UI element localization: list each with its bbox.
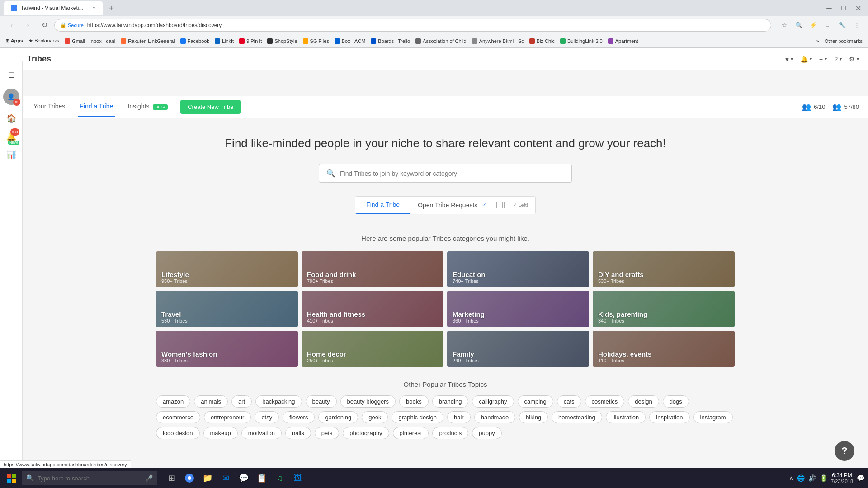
extension-btn-2[interactable]: ⚡ [807, 19, 819, 31]
minimize-button[interactable]: ─ [823, 2, 835, 14]
photos-button[interactable]: 🖼 [289, 469, 307, 487]
forward-button[interactable]: › [22, 19, 34, 32]
category-card-diy[interactable]: DIY and crafts 530+ Tribes [593, 251, 735, 287]
tray-time[interactable]: 6:34 PM 7/23/2018 [831, 472, 853, 484]
microphone-icon[interactable]: 🎤 [145, 474, 153, 482]
topic-tag-amazon[interactable]: amazon [156, 395, 190, 408]
topic-tag-inspiration[interactable]: inspiration [649, 411, 689, 423]
topic-tag-gardening[interactable]: gardening [318, 411, 358, 423]
active-tab[interactable]: T Tailwind - Visual Marketi... ✕ [4, 1, 103, 15]
topic-tag-backpacking[interactable]: backpacking [255, 395, 302, 408]
topic-tag-geek[interactable]: geek [362, 411, 388, 423]
topic-tag-entrepreneur[interactable]: entrepreneur [204, 411, 251, 423]
topic-tag-graphic-design[interactable]: graphic design [392, 411, 443, 423]
topic-tag-homesteading[interactable]: homesteading [552, 411, 602, 423]
tab-find-tribe[interactable]: Find a Tribe [78, 96, 115, 117]
open-requests-tab[interactable]: Open Tribe Requests ✓ 4 Left! [410, 197, 535, 214]
topic-tag-beauty-bloggers[interactable]: beauty bloggers [340, 395, 396, 408]
back-button[interactable]: ‹ [5, 19, 18, 32]
create-tribe-button[interactable]: Create New Tribe [180, 100, 241, 114]
extension-btn-1[interactable]: 🔍 [793, 19, 805, 31]
file-explorer-button[interactable]: 📁 [199, 469, 216, 487]
category-card-lifestyle[interactable]: Lifestyle 950+ Tribes [156, 251, 298, 287]
skype-button[interactable]: 💬 [235, 469, 252, 487]
topic-tag-pets[interactable]: pets [315, 427, 340, 439]
topic-tag-art[interactable]: art [231, 395, 252, 408]
bookmark-apartment[interactable]: Apartment [608, 38, 638, 44]
chrome-menu[interactable]: ⋮ [851, 19, 863, 31]
category-card-home[interactable]: Home decor 250+ Tribes [302, 331, 443, 367]
topic-tag-instagram[interactable]: instagram [693, 411, 733, 423]
other-bookmarks-label[interactable]: Other bookmarks [825, 38, 863, 44]
app5-button[interactable]: 📋 [253, 469, 270, 487]
bookmark-association[interactable]: Association of Child [415, 38, 467, 44]
topic-tag-nails[interactable]: nails [285, 427, 311, 439]
category-card-marketing[interactable]: Marketing 360+ Tribes [447, 291, 589, 327]
notifications-tray-icon[interactable]: 💬 [857, 474, 864, 482]
search-bar[interactable]: 🔍 [319, 164, 572, 183]
topic-tag-hair[interactable]: hair [447, 411, 471, 423]
category-card-holidays[interactable]: Holidays, events 110+ Tribes [593, 331, 735, 367]
topic-tag-photography[interactable]: photography [343, 427, 389, 439]
close-window-button[interactable]: ✕ [852, 2, 864, 14]
tab-insights[interactable]: Insights BETA [126, 96, 170, 117]
topic-tag-pinterest[interactable]: pinterest [393, 427, 429, 439]
mail-button[interactable]: ✉ [217, 469, 234, 487]
settings-button[interactable]: ⚙ ▾ [849, 56, 859, 63]
bookmark-pinit[interactable]: 9 Pin It [239, 38, 262, 44]
reload-button[interactable]: ↻ [38, 19, 51, 32]
address-bar[interactable]: 🔒 Secure https://www.tailwindapp.com/das… [54, 19, 771, 32]
sidebar-notifications-icon[interactable]: 🔔 839 NEW! [3, 128, 19, 145]
category-card-fashion[interactable]: Women's fashion 330+ Tribes [156, 331, 298, 367]
category-card-kids[interactable]: Kids, parenting 340+ Tribes [593, 291, 735, 327]
topic-tag-camping[interactable]: camping [518, 395, 553, 408]
bookmark-linkit[interactable]: LinkIt [215, 38, 234, 44]
topic-tag-puppy[interactable]: puppy [472, 427, 501, 439]
bookmark-bizchic[interactable]: Biz Chic [529, 38, 555, 44]
sidebar-analytics-icon[interactable]: 📊 [3, 146, 19, 163]
bookmark-starred[interactable]: ★ Bookmarks [28, 38, 59, 44]
bookmark-anywhere[interactable]: Anywhere Bkml - Sc [472, 38, 524, 44]
search-input[interactable] [340, 170, 564, 177]
tab-your-tribes[interactable]: Your Tribes [32, 96, 67, 117]
topic-tag-products[interactable]: products [432, 427, 468, 439]
topic-tag-branding[interactable]: branding [432, 395, 469, 408]
taskbar-search[interactable]: 🔍 🎤 [22, 471, 157, 485]
extension-btn-3[interactable]: 🛡 [822, 19, 834, 31]
heart-button[interactable]: ♥ ▾ [785, 56, 793, 63]
apps-bookmark[interactable]: ⊞ Apps [5, 38, 23, 44]
bookmark-facebook[interactable]: Facebook [180, 38, 209, 44]
topic-tag-handmade[interactable]: handmade [474, 411, 515, 423]
category-card-health[interactable]: Health and fitness 410+ Tribes [302, 291, 443, 327]
find-tribe-tab[interactable]: Find a Tribe [355, 197, 410, 214]
topic-tag-cosmetics[interactable]: cosmetics [585, 395, 625, 408]
category-card-education[interactable]: Education 740+ Tribes [447, 251, 589, 287]
topic-tag-design[interactable]: design [628, 395, 659, 408]
topic-tag-calligraphy[interactable]: calligraphy [472, 395, 514, 408]
topic-tag-ecommerce[interactable]: ecommerce [156, 411, 200, 423]
sidebar-menu-icon[interactable]: ☰ [3, 67, 19, 83]
topic-tag-hiking[interactable]: hiking [519, 411, 548, 423]
start-button[interactable] [4, 470, 20, 486]
topic-tag-logo-design[interactable]: logo design [156, 427, 200, 439]
bookmark-sgfiles[interactable]: SG Files [303, 38, 329, 44]
topic-tag-dogs[interactable]: dogs [663, 395, 689, 408]
topic-tag-beauty[interactable]: beauty [306, 395, 337, 408]
question-button[interactable]: ? ▾ [834, 56, 842, 63]
category-card-travel[interactable]: Travel 530+ Tribes [156, 291, 298, 327]
bell-button[interactable]: 🔔 ▾ [800, 56, 812, 63]
tab-close-button[interactable]: ✕ [92, 6, 96, 11]
topic-tag-books[interactable]: books [399, 395, 429, 408]
topic-tag-motivation[interactable]: motivation [241, 427, 282, 439]
bookmark-gmail[interactable]: Gmail - Inbox - dani [65, 38, 115, 44]
topic-tag-flowers[interactable]: flowers [283, 411, 315, 423]
spotify-button[interactable]: ♫ [271, 469, 288, 487]
taskbar-search-input[interactable] [38, 475, 142, 482]
category-card-food[interactable]: Food and drink 790+ Tribes [302, 251, 443, 287]
tray-volume-icon[interactable]: 🔊 [808, 474, 816, 482]
bookmark-buildinglink[interactable]: BuildingLink 2.0 [560, 38, 603, 44]
task-view-button[interactable]: ⊞ [163, 469, 180, 487]
plus-button[interactable]: + ▾ [819, 56, 827, 63]
bookmark-rakuten[interactable]: Rakuten LinkGeneral [121, 38, 175, 44]
category-card-family[interactable]: Family 240+ Tribes [447, 331, 589, 367]
